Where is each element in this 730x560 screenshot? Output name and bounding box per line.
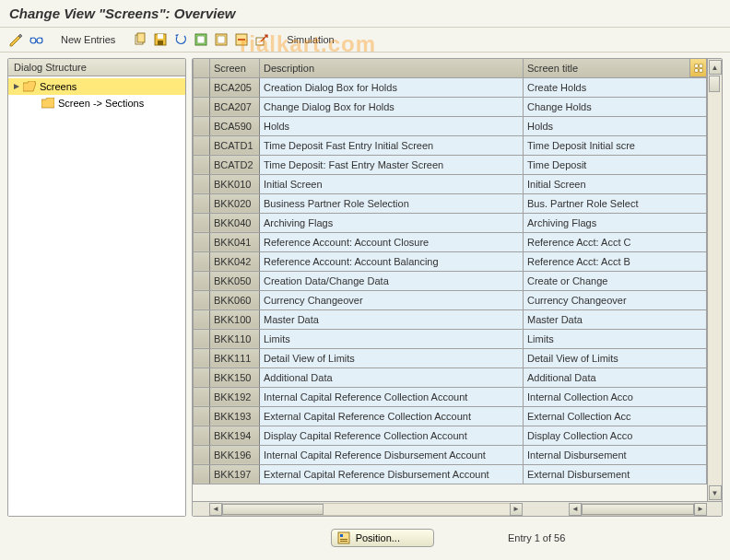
- cell-description[interactable]: Change Dialog Box for Holds: [260, 97, 524, 116]
- expand-arrow-icon[interactable]: [12, 82, 21, 91]
- select-all-column[interactable]: [194, 59, 210, 77]
- scroll-right-icon[interactable]: ►: [510, 503, 523, 516]
- table-row[interactable]: BKK040Archiving FlagsArchiving Flags: [194, 213, 707, 232]
- scroll-thumb[interactable]: [222, 504, 324, 515]
- scroll-thumb[interactable]: [582, 504, 694, 515]
- table-row[interactable]: BKK100Master DataMaster Data: [194, 309, 707, 329]
- cell-title[interactable]: Create Holds: [524, 77, 707, 97]
- table-settings-icon[interactable]: [689, 59, 706, 77]
- save-icon[interactable]: [152, 31, 169, 48]
- cell-screen[interactable]: BKK042: [210, 251, 260, 271]
- cell-screen[interactable]: BCA205: [210, 77, 260, 97]
- row-selector[interactable]: [194, 406, 210, 426]
- new-entries-button[interactable]: New Entries: [57, 34, 119, 45]
- table-row[interactable]: BKK192Internal Capital Reference Collect…: [194, 387, 707, 406]
- table-row[interactable]: BCA207Change Dialog Box for HoldsChange …: [194, 97, 707, 116]
- cell-screen[interactable]: BKK040: [210, 213, 260, 232]
- cell-title[interactable]: Archiving Flags: [524, 213, 707, 232]
- table-row[interactable]: BKK042Reference Account: Account Balanci…: [194, 251, 707, 271]
- cell-screen[interactable]: BCATD2: [210, 155, 260, 174]
- cell-screen[interactable]: BKK041: [210, 232, 260, 251]
- cell-description[interactable]: Currency Changeover: [260, 290, 524, 309]
- cell-screen[interactable]: BKK111: [210, 348, 260, 368]
- cell-title[interactable]: Currency Changeover: [524, 290, 707, 309]
- scroll-left-icon[interactable]: ◄: [569, 503, 582, 516]
- simulation-button[interactable]: Simulation: [283, 34, 337, 45]
- toggle-display-icon[interactable]: [7, 31, 24, 48]
- cell-title[interactable]: Master Data: [524, 309, 707, 329]
- cell-screen[interactable]: BKK100: [210, 309, 260, 329]
- row-selector[interactable]: [194, 77, 210, 97]
- scroll-left-icon[interactable]: ◄: [209, 503, 222, 516]
- row-selector[interactable]: [194, 135, 210, 155]
- cell-description[interactable]: Limits: [260, 329, 524, 348]
- cell-screen[interactable]: BKK194: [210, 426, 260, 445]
- row-selector[interactable]: [194, 309, 210, 329]
- cell-title[interactable]: Detail View of Limits: [524, 348, 707, 368]
- cell-title[interactable]: Additional Data: [524, 368, 707, 387]
- cell-title[interactable]: Initial Screen: [524, 174, 707, 193]
- scroll-thumb[interactable]: [709, 76, 720, 92]
- cell-description[interactable]: Internal Capital Reference Disbursement …: [260, 445, 524, 464]
- cell-title[interactable]: Internal Collection Acco: [524, 387, 707, 406]
- row-selector[interactable]: [194, 232, 210, 251]
- horizontal-scrollbar-right[interactable]: ◄ ►: [569, 502, 707, 516]
- glasses-icon[interactable]: [28, 31, 44, 48]
- position-button[interactable]: Position...: [331, 529, 434, 547]
- table-row[interactable]: BKK110LimitsLimits: [194, 329, 707, 348]
- copy-icon[interactable]: [132, 31, 148, 48]
- cell-screen[interactable]: BKK193: [210, 406, 260, 426]
- tree-node-screens[interactable]: Screens: [8, 78, 185, 95]
- row-selector[interactable]: [194, 348, 210, 368]
- scroll-track[interactable]: [709, 76, 722, 484]
- cell-title[interactable]: Bus. Partner Role Select: [524, 193, 707, 213]
- cell-title[interactable]: Display Collection Acco: [524, 426, 707, 445]
- cell-screen[interactable]: BKK020: [210, 193, 260, 213]
- tree-node-screen-sections[interactable]: Screen -> Sections: [8, 95, 185, 111]
- scroll-right-icon[interactable]: ►: [694, 503, 707, 516]
- row-selector[interactable]: [194, 213, 210, 232]
- cell-description[interactable]: Holds: [260, 116, 524, 135]
- row-selector[interactable]: [194, 116, 210, 135]
- cell-screen[interactable]: BKK150: [210, 368, 260, 387]
- col-header-description[interactable]: Description: [260, 59, 524, 77]
- scroll-track[interactable]: [582, 503, 694, 516]
- table-row[interactable]: BCA590HoldsHolds: [194, 116, 707, 135]
- horizontal-scrollbar-left[interactable]: ◄ ►: [209, 502, 523, 516]
- row-selector[interactable]: [194, 155, 210, 174]
- cell-screen[interactable]: BCA590: [210, 116, 260, 135]
- cell-description[interactable]: Time Deposit: Fast Entry Master Screen: [260, 155, 524, 174]
- cell-screen[interactable]: BKK110: [210, 329, 260, 348]
- cell-screen[interactable]: BKK050: [210, 271, 260, 290]
- cell-screen[interactable]: BKK197: [210, 464, 260, 484]
- cell-title[interactable]: External Disbursement: [524, 464, 707, 484]
- delete-icon[interactable]: [233, 31, 250, 48]
- cell-description[interactable]: Creation Data/Change Data: [260, 271, 524, 290]
- row-selector[interactable]: [194, 174, 210, 193]
- table-row[interactable]: BKK010Initial ScreenInitial Screen: [194, 174, 707, 193]
- table-row[interactable]: BKK041Reference Account: Account Closure…: [194, 232, 707, 251]
- table-row[interactable]: BCATD2Time Deposit: Fast Entry Master Sc…: [194, 155, 707, 174]
- cell-title[interactable]: Reference Acct: Acct B: [524, 251, 707, 271]
- cell-title[interactable]: Internal Disbursement: [524, 445, 707, 464]
- row-selector[interactable]: [194, 97, 210, 116]
- table-row[interactable]: BKK020Business Partner Role SelectionBus…: [194, 193, 707, 213]
- cell-screen[interactable]: BKK196: [210, 445, 260, 464]
- cell-description[interactable]: Master Data: [260, 309, 524, 329]
- cell-screen[interactable]: BKK060: [210, 290, 260, 309]
- col-header-title[interactable]: Screen title: [524, 59, 707, 77]
- cell-description[interactable]: External Capital Reference Disbursement …: [260, 464, 524, 484]
- row-selector[interactable]: [194, 251, 210, 271]
- table-row[interactable]: BCA205Creation Dialog Box for HoldsCreat…: [194, 77, 707, 97]
- scroll-down-icon[interactable]: ▼: [709, 485, 722, 500]
- cell-screen[interactable]: BCA207: [210, 97, 260, 116]
- cell-description[interactable]: Time Deposit Fast Entry Initial Screen: [260, 135, 524, 155]
- table-row[interactable]: BKK196Internal Capital Reference Disburs…: [194, 445, 707, 464]
- cell-description[interactable]: Additional Data: [260, 368, 524, 387]
- table-row[interactable]: BKK050Creation Data/Change DataCreate or…: [194, 271, 707, 290]
- row-selector[interactable]: [194, 426, 210, 445]
- cell-screen[interactable]: BKK010: [210, 174, 260, 193]
- table-row[interactable]: BKK111Detail View of LimitsDetail View o…: [194, 348, 707, 368]
- cell-description[interactable]: Internal Capital Reference Collection Ac…: [260, 387, 524, 406]
- export-icon[interactable]: [253, 31, 270, 48]
